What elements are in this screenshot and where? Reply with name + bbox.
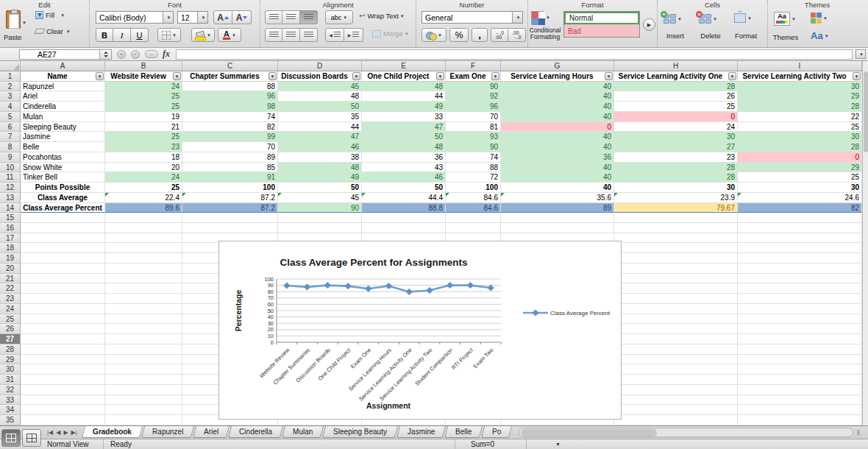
cell-D6[interactable]: 44 (278, 122, 362, 132)
cell-B25[interactable] (105, 314, 182, 325)
row-header-11[interactable]: 11 (0, 172, 21, 183)
cell-I5[interactable]: 22 (738, 112, 862, 122)
filter-icon[interactable]: ▼ (605, 72, 613, 80)
row-header-22[interactable]: 22 (0, 283, 21, 294)
cell-E4[interactable]: 49 (362, 102, 446, 112)
cell-B6[interactable]: 21 (105, 122, 182, 132)
cell-H31[interactable] (614, 375, 738, 385)
cell-H9[interactable]: 23 (614, 152, 738, 163)
row-header-12[interactable]: 12 (0, 183, 21, 193)
row-header-26[interactable]: 26 (0, 324, 21, 334)
row-header-13[interactable]: 13 (0, 193, 21, 203)
cell-I6[interactable]: 25 (738, 122, 862, 132)
cell-I31[interactable] (738, 375, 862, 385)
cell-I20[interactable] (738, 264, 862, 274)
cell-E13[interactable]: 44.4 (362, 193, 446, 203)
cell-C10[interactable]: 85 (182, 163, 278, 173)
align-middle-button[interactable] (282, 10, 300, 24)
cell-G12[interactable]: 40 (501, 183, 614, 193)
cell-F6[interactable]: 81 (446, 122, 501, 132)
cell-B14[interactable]: 89.6 (105, 203, 182, 213)
cell-C16[interactable] (182, 223, 278, 233)
cell-H13[interactable]: 23.9 (614, 193, 738, 203)
cell-B28[interactable] (105, 344, 182, 355)
cell-E12[interactable]: 50 (362, 183, 446, 193)
cell-I15[interactable] (738, 213, 862, 223)
align-top-button[interactable] (265, 10, 282, 24)
cell-A27[interactable] (21, 334, 105, 344)
cell-I24[interactable] (738, 304, 862, 314)
cell-F4[interactable]: 96 (446, 102, 501, 112)
vertical-scrollbar[interactable] (862, 61, 868, 425)
style-bad[interactable]: Bad (564, 24, 639, 37)
style-normal[interactable]: Normal (564, 12, 639, 24)
cell-A9[interactable]: Pocahontas (21, 152, 105, 163)
cell-C5[interactable]: 74 (182, 112, 278, 122)
theme-fonts-button[interactable]: Aa ▼ (811, 30, 829, 41)
cell-D5[interactable]: 35 (278, 112, 362, 122)
next-sheet-icon[interactable]: ▶ (63, 429, 68, 436)
vertical-scrollbar-thumb[interactable] (864, 71, 868, 152)
cell-G6[interactable]: 0 (501, 122, 614, 132)
align-center-button[interactable] (282, 28, 300, 42)
cell-E7[interactable]: 50 (362, 132, 446, 142)
cell-A11[interactable]: Tinker Bell (21, 172, 105, 183)
cell-B13[interactable]: 22.4 (105, 193, 182, 203)
cell-I29[interactable] (738, 355, 862, 365)
cell-D12[interactable]: 50 (278, 183, 362, 193)
cell-B10[interactable]: 20 (105, 163, 182, 173)
row-header-32[interactable]: 32 (0, 385, 21, 395)
cell-D16[interactable] (278, 223, 362, 233)
enter-icon[interactable]: ✓ (131, 50, 140, 59)
decrease-indent-button[interactable]: ◀ (325, 28, 344, 42)
row-header-2[interactable]: 2 (0, 82, 21, 92)
column-header-E[interactable]: E (362, 61, 446, 71)
cell-A18[interactable] (21, 243, 105, 253)
formula-bar-dropdown[interactable]: ▼ (855, 49, 866, 59)
cell-A15[interactable] (21, 213, 105, 223)
cell-H17[interactable] (614, 233, 738, 244)
cell-I28[interactable] (738, 344, 862, 355)
column-header-B[interactable]: B (105, 61, 182, 71)
cell-B21[interactable] (105, 274, 182, 284)
last-sheet-icon[interactable]: ▶| (71, 429, 77, 436)
row-header-6[interactable]: 6 (0, 122, 21, 132)
cell-I22[interactable] (738, 283, 862, 294)
cell-E2[interactable]: 48 (362, 82, 446, 92)
formula-input[interactable] (176, 49, 853, 60)
filter-icon[interactable]: ▼ (352, 72, 360, 80)
merge-button[interactable]: Merge▼ (372, 29, 409, 38)
cell-A19[interactable] (21, 253, 105, 264)
name-box-stepper[interactable] (100, 49, 112, 60)
cell-B16[interactable] (105, 223, 182, 233)
cell-B12[interactable]: 25 (105, 183, 182, 193)
cell-B19[interactable] (105, 253, 182, 264)
cell-H5[interactable]: 0 (614, 112, 738, 122)
row-header-17[interactable]: 17 (0, 233, 21, 244)
filter-icon[interactable]: ▼ (96, 72, 104, 80)
increase-indent-button[interactable]: ▶ (344, 28, 363, 42)
cell-D15[interactable] (278, 213, 362, 223)
cell-B2[interactable]: 24 (105, 82, 182, 92)
cell-G1[interactable]: Service Learning Hours▼ (501, 71, 614, 82)
cell-H20[interactable] (614, 264, 738, 274)
cell-A23[interactable] (21, 294, 105, 304)
cell-A31[interactable] (21, 375, 105, 385)
cell-B3[interactable]: 25 (105, 91, 182, 102)
row-header-30[interactable]: 30 (0, 364, 21, 375)
cell-H34[interactable] (614, 405, 738, 415)
row-header-1[interactable]: 1 (0, 71, 21, 82)
cell-C12[interactable]: 100 (182, 183, 278, 193)
filter-icon[interactable]: ▼ (491, 72, 499, 80)
font-family-arrow[interactable]: ▼ (163, 12, 173, 23)
cell-G8[interactable]: 40 (501, 142, 614, 152)
cell-I11[interactable]: 25 (738, 172, 862, 183)
paste-dropdown-arrow[interactable]: ▼ (22, 21, 26, 25)
cell-F10[interactable]: 88 (446, 163, 501, 173)
cell-G10[interactable]: 40 (501, 163, 614, 173)
format-cells-button[interactable]: ▼ (734, 13, 752, 23)
cell-C11[interactable]: 91 (182, 172, 278, 183)
row-header-19[interactable]: 19 (0, 253, 21, 264)
cell-A14[interactable]: Class Average Percent (21, 203, 105, 213)
cell-H24[interactable] (614, 304, 738, 314)
